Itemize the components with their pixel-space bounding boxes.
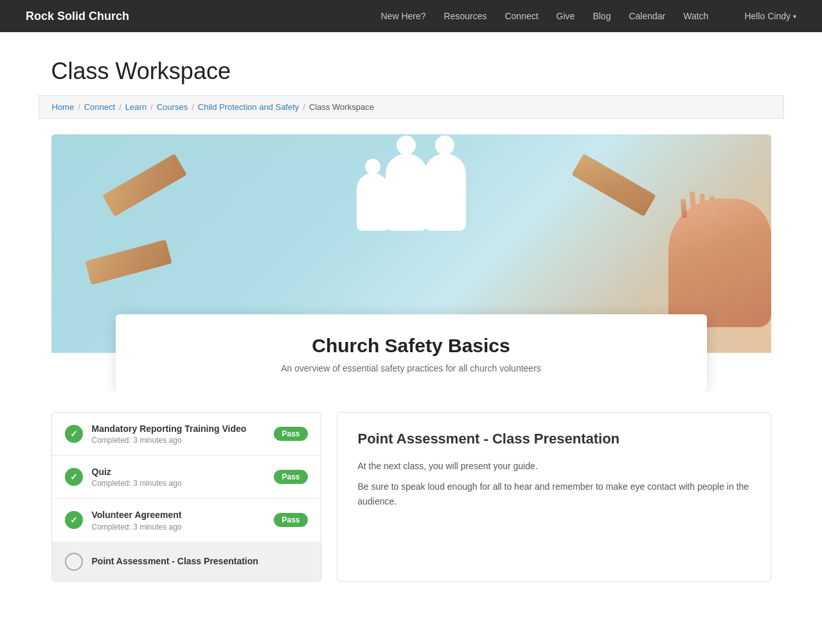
hero-figures: [357, 154, 466, 231]
lesson-name-2: Quiz: [92, 466, 265, 478]
breadcrumb-learn[interactable]: Learn: [125, 102, 147, 112]
breadcrumb-home[interactable]: Home: [52, 102, 75, 112]
lesson-check-icon-3: [65, 511, 83, 529]
nav-links: New Here? Resources Connect Give Blog Ca…: [380, 11, 796, 21]
lesson-name-4: Point Assessment - Class Presentation: [92, 555, 308, 567]
course-info-card: Church Safety Basics An overview of esse…: [116, 314, 707, 391]
lesson-item-3[interactable]: Volunteer Agreement Completed: 3 minutes…: [52, 499, 321, 542]
assessment-title: Point Assessment - Class Presentation: [358, 431, 750, 447]
assessment-paragraph-1: At the next class, you will present your…: [358, 459, 750, 473]
lesson-name-3: Volunteer Agreement: [92, 509, 265, 521]
wood-block-1: [102, 154, 187, 217]
nav-link-give[interactable]: Give: [557, 11, 575, 21]
figure-adult-1: [386, 154, 427, 231]
nav-link-connect[interactable]: Connect: [505, 11, 538, 21]
lesson-name-1: Mandatory Reporting Training Video: [92, 423, 265, 434]
breadcrumb-child-protection[interactable]: Child Protection and Safety: [198, 102, 299, 112]
page-title: Class Workspace: [51, 58, 771, 85]
lesson-list: Mandatory Reporting Training Video Compl…: [51, 412, 321, 582]
navbar: Rock Solid Church New Here? Resources Co…: [0, 0, 822, 32]
lesson-item-4[interactable]: Point Assessment - Class Presentation: [52, 542, 321, 581]
lesson-check-icon-2: [65, 468, 83, 486]
lesson-time-3: Completed: 3 minutes ago: [92, 523, 265, 532]
page-container: Class Workspace Home / Connect / Learn /…: [39, 32, 784, 607]
assessment-panel: Point Assessment - Class Presentation At…: [337, 412, 771, 582]
lesson-empty-icon-4: [65, 553, 83, 571]
lesson-badge-2: Pass: [274, 470, 307, 484]
lesson-time-1: Completed: 3 minutes ago: [92, 436, 265, 445]
breadcrumb-sep-1: /: [78, 102, 80, 112]
nav-link-blog[interactable]: Blog: [593, 11, 611, 21]
lesson-info-3: Volunteer Agreement Completed: 3 minutes…: [92, 509, 265, 531]
nav-link-resources[interactable]: Resources: [444, 11, 487, 21]
breadcrumb-current: Class Workspace: [309, 102, 374, 112]
lesson-info-1: Mandatory Reporting Training Video Compl…: [92, 423, 265, 445]
content-grid: Mandatory Reporting Training Video Compl…: [51, 412, 771, 582]
hand-graphic: [668, 199, 771, 327]
nav-brand: Rock Solid Church: [26, 10, 129, 23]
breadcrumb-courses[interactable]: Courses: [157, 102, 188, 112]
breadcrumb-sep-4: /: [192, 102, 194, 112]
breadcrumb-sep-2: /: [119, 102, 121, 112]
breadcrumb-sep-3: /: [150, 102, 153, 112]
lesson-info-2: Quiz Completed: 3 minutes ago: [92, 466, 265, 488]
lesson-item-2[interactable]: Quiz Completed: 3 minutes ago Pass: [52, 456, 321, 499]
assessment-paragraph-2: Be sure to speak loud enough for all to …: [358, 479, 750, 508]
lesson-time-2: Completed: 3 minutes ago: [92, 479, 265, 488]
lesson-badge-3: Pass: [274, 513, 307, 527]
breadcrumb-sep-5: /: [303, 102, 305, 112]
lesson-item-1[interactable]: Mandatory Reporting Training Video Compl…: [52, 413, 321, 456]
figure-adult-2: [424, 154, 466, 231]
course-title: Church Safety Basics: [141, 335, 681, 357]
figure-child: [357, 173, 389, 231]
wood-block-2: [571, 154, 656, 217]
nav-link-watch[interactable]: Watch: [683, 11, 708, 21]
breadcrumb-connect[interactable]: Connect: [84, 102, 115, 112]
wood-block-3: [85, 240, 172, 285]
nav-link-calendar[interactable]: Calendar: [629, 11, 665, 21]
hero-section: Church Safety Basics An overview of esse…: [51, 134, 771, 391]
breadcrumb: Home / Connect / Learn / Courses / Child…: [39, 95, 784, 119]
course-description: An overview of essential safety practice…: [141, 363, 681, 373]
nav-link-new-here[interactable]: New Here?: [380, 11, 425, 21]
lesson-info-4: Point Assessment - Class Presentation: [92, 555, 308, 567]
lesson-badge-1: Pass: [274, 427, 307, 441]
lesson-check-icon-1: [65, 425, 83, 443]
nav-user[interactable]: Hello Cindy: [744, 11, 796, 21]
